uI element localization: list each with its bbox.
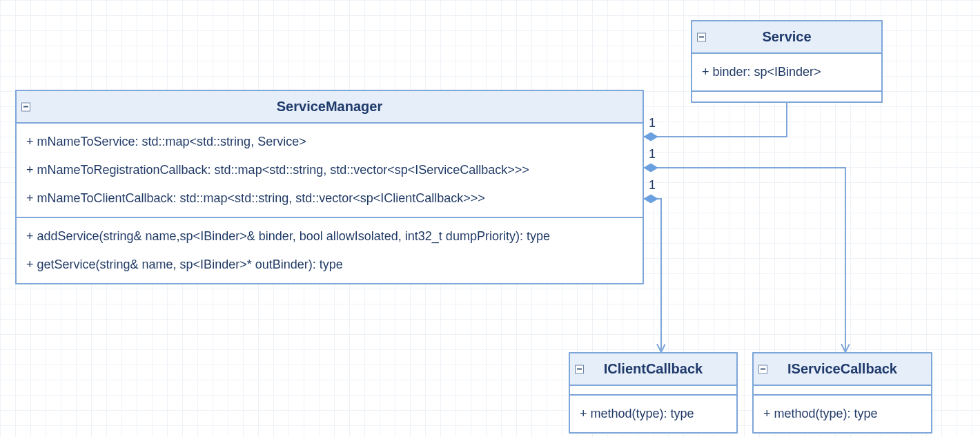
operations-section: + method(type): type	[570, 396, 736, 432]
attributes-section	[570, 386, 736, 396]
class-name-label: IServiceCallback	[787, 361, 897, 376]
class-title: IServiceCallback	[754, 353, 931, 386]
operation-row: + addService(string& name,sp<IBinder>& b…	[17, 222, 643, 251]
attribute-row: + mNameToService: std::map<std::string, …	[17, 128, 643, 156]
class-iservicecallback[interactable]: IServiceCallback + method(type): type	[752, 352, 932, 434]
operations-section: + addService(string& name,sp<IBinder>& b…	[17, 218, 643, 283]
operation-row: + method(type): type	[570, 400, 736, 428]
multiplicity-label: 1	[649, 147, 656, 162]
multiplicity-label: 1	[649, 116, 656, 130]
class-name-label: Service	[762, 29, 811, 44]
class-service[interactable]: Service + binder: sp<IBinder>	[691, 20, 883, 103]
operation-row: + getService(string& name, sp<IBinder>* …	[17, 251, 643, 279]
attributes-section	[754, 386, 931, 396]
class-name-label: IClientCallback	[604, 361, 703, 376]
class-iclientcallback[interactable]: IClientCallback + method(type): type	[569, 352, 738, 434]
operations-section	[692, 92, 881, 101]
class-name-label: ServiceManager	[277, 99, 382, 114]
operations-section: + method(type): type	[754, 396, 931, 432]
class-service-manager[interactable]: ServiceManager + mNameToService: std::ma…	[15, 90, 644, 284]
connector-sm-iclientcallback	[644, 199, 661, 352]
class-title: IClientCallback	[570, 353, 736, 386]
class-title: Service	[692, 21, 881, 54]
attributes-section: + binder: sp<IBinder>	[692, 54, 881, 92]
collapse-icon[interactable]	[575, 365, 584, 373]
multiplicity-label: 1	[649, 178, 656, 193]
attribute-row: + binder: sp<IBinder>	[692, 58, 881, 86]
collapse-icon[interactable]	[21, 102, 30, 111]
connector-sm-iservicecallback	[644, 168, 845, 352]
attribute-row: + mNameToRegistrationCallback: std::map<…	[17, 156, 643, 184]
collapse-icon[interactable]	[758, 365, 767, 373]
collapse-icon[interactable]	[697, 32, 706, 41]
operation-row: + method(type): type	[754, 400, 931, 428]
class-title: ServiceManager	[17, 91, 643, 124]
attribute-row: + mNameToClientCallback: std::map<std::s…	[17, 184, 643, 213]
attributes-section: + mNameToService: std::map<std::string, …	[17, 124, 643, 218]
